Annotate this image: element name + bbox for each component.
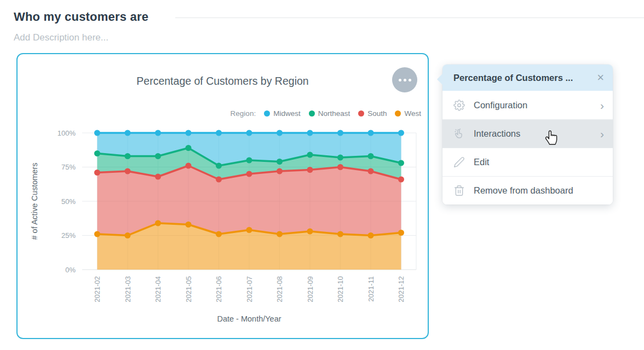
data-point-south-2021-05[interactable] [186, 163, 192, 169]
data-point-northeast-2021-09[interactable] [307, 152, 313, 158]
data-point-midwest-2021-10[interactable] [337, 130, 343, 136]
close-icon[interactable]: × [597, 72, 604, 84]
y-tick-label: 50% [61, 197, 76, 206]
data-point-south-2021-10[interactable] [337, 164, 343, 170]
data-point-south-2021-12[interactable] [398, 177, 404, 183]
x-tick-label: 2021-12 [397, 276, 405, 302]
x-tick-label: 2021-03 [124, 276, 132, 302]
description-placeholder[interactable]: Add Description here... [14, 32, 108, 43]
data-point-northeast-2021-04[interactable] [155, 153, 161, 159]
data-point-midwest-2021-06[interactable] [216, 130, 222, 136]
y-tick-label: 25% [61, 231, 76, 240]
x-tick-label: 2021-05 [185, 276, 193, 302]
x-tick-label: 2021-08 [275, 276, 284, 302]
data-point-west-2021-03[interactable] [125, 232, 131, 238]
data-point-midwest-2021-04[interactable] [155, 130, 161, 136]
data-point-south-2021-02[interactable] [94, 170, 100, 176]
x-tick-label: 2021-11 [367, 276, 375, 302]
data-point-northeast-2021-11[interactable] [368, 153, 374, 159]
title-divider [175, 18, 644, 18]
data-point-south-2021-08[interactable] [277, 168, 283, 174]
menu-item-interactions[interactable]: Interactions › [442, 119, 613, 148]
data-point-south-2021-03[interactable] [125, 168, 131, 174]
data-point-west-2021-06[interactable] [216, 231, 222, 237]
data-point-northeast-2021-10[interactable] [337, 155, 343, 161]
data-point-south-2021-07[interactable] [246, 171, 252, 177]
data-point-midwest-2021-08[interactable] [277, 130, 283, 136]
data-point-west-2021-05[interactable] [186, 221, 192, 228]
data-point-northeast-2021-02[interactable] [94, 150, 100, 156]
chart-widget-card: Percentage of Customers by Region Region… [16, 53, 429, 339]
popover-title: Percentage of Customers ... [453, 73, 573, 83]
x-tick-label: 2021-10 [336, 276, 344, 302]
data-point-northeast-2021-05[interactable] [186, 145, 192, 151]
data-point-midwest-2021-11[interactable] [368, 130, 374, 136]
data-point-midwest-2021-03[interactable] [125, 130, 131, 136]
data-point-midwest-2021-02[interactable] [94, 130, 100, 136]
tap-icon [453, 128, 465, 140]
data-point-west-2021-02[interactable] [94, 231, 100, 237]
data-point-midwest-2021-09[interactable] [307, 130, 313, 136]
menu-item-label: Interactions [474, 129, 520, 139]
data-point-midwest-2021-07[interactable] [246, 130, 252, 136]
data-point-northeast-2021-12[interactable] [398, 160, 404, 166]
data-point-west-2021-04[interactable] [155, 220, 161, 226]
data-point-south-2021-04[interactable] [155, 174, 161, 180]
x-tick-label: 2021-07 [245, 276, 254, 302]
x-tick-label: 2021-02 [93, 276, 101, 302]
data-point-south-2021-06[interactable] [216, 177, 222, 183]
data-point-northeast-2021-06[interactable] [216, 163, 222, 169]
menu-item-configuration[interactable]: Configuration › [442, 91, 613, 119]
widget-context-menu: Percentage of Customers ... × Configurat… [442, 65, 613, 205]
y-tick-label: 0% [65, 266, 76, 274]
trash-icon [453, 185, 465, 197]
data-point-northeast-2021-08[interactable] [277, 159, 283, 165]
y-tick-label: 75% [61, 163, 76, 171]
page-title: Who my customers are [14, 10, 148, 24]
x-tick-label: 2021-09 [306, 276, 314, 302]
data-point-west-2021-12[interactable] [398, 230, 404, 236]
data-point-south-2021-09[interactable] [307, 167, 313, 173]
x-tick-label: 2021-04 [154, 276, 162, 302]
menu-item-edit[interactable]: Edit [442, 148, 613, 176]
data-point-west-2021-07[interactable] [246, 227, 252, 233]
data-point-south-2021-11[interactable] [368, 168, 374, 174]
data-point-northeast-2021-03[interactable] [125, 153, 131, 159]
data-point-west-2021-08[interactable] [277, 231, 283, 237]
popover-arrow [437, 73, 443, 85]
gear-icon [453, 99, 465, 111]
chevron-right-icon: › [600, 100, 604, 111]
menu-item-label: Remove from dashboard [474, 185, 573, 196]
chevron-right-icon: › [600, 128, 604, 139]
data-point-midwest-2021-12[interactable] [398, 130, 404, 136]
data-point-northeast-2021-07[interactable] [246, 158, 252, 164]
x-axis-title: Date - Month/Year [217, 314, 281, 323]
data-point-west-2021-09[interactable] [307, 229, 313, 235]
menu-item-label: Configuration [474, 100, 527, 110]
x-tick-label: 2021-06 [215, 276, 223, 302]
y-tick-label: 100% [58, 129, 76, 137]
menu-item-label: Edit [474, 157, 489, 167]
popover-header: Percentage of Customers ... × [442, 65, 613, 91]
data-point-west-2021-11[interactable] [368, 232, 374, 238]
data-point-midwest-2021-05[interactable] [186, 130, 192, 136]
stacked-area-chart[interactable]: 100%75%50%25%0%2021-022021-032021-042021… [18, 54, 430, 340]
menu-item-remove-from-dashboard[interactable]: Remove from dashboard [442, 176, 613, 205]
data-point-west-2021-10[interactable] [337, 231, 343, 237]
pencil-icon [453, 156, 465, 168]
y-axis-title: # of Active Customers [30, 162, 39, 240]
